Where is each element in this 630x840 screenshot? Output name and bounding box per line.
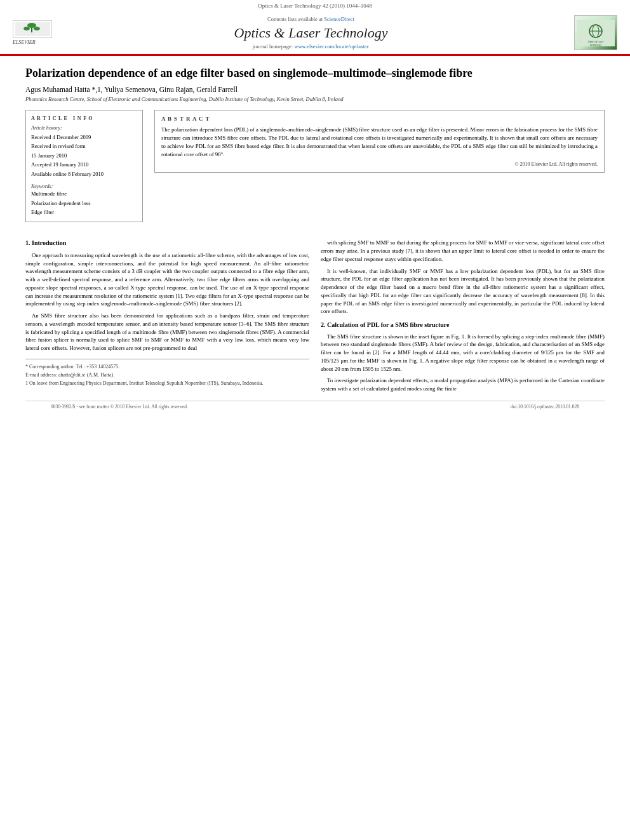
abstract-text: The polarization dependent loss (PDL) of… xyxy=(161,126,598,158)
main-col-right: with splicing SMF to MMF so that during … xyxy=(321,239,605,397)
svg-point-3 xyxy=(23,27,30,30)
keyword-2: Polarization dependent loss xyxy=(31,199,137,208)
keywords-label: Keywords: xyxy=(31,183,137,189)
section1-para2: An SMS fibre structure also has been dem… xyxy=(25,312,309,352)
main-col-left: 1. Introduction One approach to measurin… xyxy=(25,239,309,397)
abstract-title: A B S T R A C T xyxy=(161,116,598,122)
journal-logo: Optics & Laser Technology xyxy=(570,15,617,50)
svg-text:Technology: Technology xyxy=(590,43,602,46)
elsevier-text: ELSEVIER xyxy=(13,39,36,45)
footnote-star: * Corresponding author. Tel.: +353 14024… xyxy=(25,363,309,371)
copyright-line: © 2010 Elsevier Ltd. All rights reserved… xyxy=(161,161,598,167)
citation-bar: Optics & Laser Technology 42 (2010) 1044… xyxy=(0,0,630,10)
article-dates: Article history: Received 4 December 200… xyxy=(31,124,137,178)
section1-right-para1: with splicing SMF to MMF so that during … xyxy=(321,239,605,263)
journal-cover-image: Optics & Laser Technology xyxy=(577,20,615,46)
journal-logo-box: Optics & Laser Technology xyxy=(574,15,617,50)
section1-title: 1. Introduction xyxy=(25,239,309,248)
affiliation: Photonics Research Centre, School of Ele… xyxy=(25,96,605,102)
elsevier-logo-box xyxy=(13,20,52,38)
article-info-box: A R T I C L E I N F O Article history: R… xyxy=(25,110,143,222)
homepage-link[interactable]: www.elsevier.com/locate/optlastec xyxy=(294,43,369,50)
doi-text: doi:10.1016/j.optlastec.2010.01.028 xyxy=(511,404,579,410)
footnotes: * Corresponding author. Tel.: +353 14024… xyxy=(25,359,309,387)
journal-header: ELSEVIER Contents lists available at Sci… xyxy=(0,10,630,55)
svg-point-4 xyxy=(34,27,40,30)
journal-homepage: journal homepage: www.elsevier.com/locat… xyxy=(52,43,570,50)
footnote-1: 1 On leave from Engineering Physics Depa… xyxy=(25,380,309,388)
article-title: Polarization dependence of an edge filte… xyxy=(25,66,605,81)
article-info-col: A R T I C L E I N F O Article history: R… xyxy=(25,110,143,229)
elsevier-logo: ELSEVIER xyxy=(13,20,52,45)
article-info-header: A R T I C L E I N F O xyxy=(31,116,137,121)
accepted-date: Accepted 19 January 2010 xyxy=(31,160,137,169)
abstract-box: A B S T R A C T The polarization depende… xyxy=(154,110,605,173)
journal-header-center: Contents lists available at ScienceDirec… xyxy=(52,16,570,50)
revised-label: Received in revised form xyxy=(31,142,137,150)
main-content: 1. Introduction One approach to measurin… xyxy=(25,239,605,397)
footnote-email: E-mail address: ahatta@dit.ie (A.M. Hatt… xyxy=(25,371,309,380)
history-label: Article history: xyxy=(31,124,137,133)
section2-para2: To investigate polarization dependent ef… xyxy=(321,377,605,393)
keyword-3: Edge filter xyxy=(31,208,137,217)
section2-title: 2. Calculation of PDL for a SMS fibre st… xyxy=(321,321,605,330)
revised-date: 15 January 2010 xyxy=(31,151,137,160)
section1-para1: One approach to measuring optical wavele… xyxy=(25,251,309,308)
journal-title: Optics & Laser Technology xyxy=(52,25,570,41)
page: Optics & Laser Technology 42 (2010) 1044… xyxy=(0,0,630,840)
received-date: Received 4 December 2009 xyxy=(31,133,137,142)
contents-line: Contents lists available at ScienceDirec… xyxy=(52,16,570,22)
keyword-1: Multimode fibre xyxy=(31,189,137,198)
article-meta-row: A R T I C L E I N F O Article history: R… xyxy=(25,110,605,229)
citation-text: Optics & Laser Technology 42 (2010) 1044… xyxy=(258,3,372,9)
online-date: Available online 8 February 2010 xyxy=(31,170,137,178)
bottom-bar: 0030-3992/$ - see front matter © 2010 El… xyxy=(25,401,605,412)
section1-right-para2: It is well-known, that individually SMF … xyxy=(321,267,605,316)
issn-text: 0030-3992/$ - see front matter © 2010 El… xyxy=(51,404,188,410)
keywords-section: Keywords: Multimode fibre Polarization d… xyxy=(31,183,137,217)
authors: Agus Muhamad Hatta *,1, Yuliya Semenova,… xyxy=(25,86,605,93)
elsevier-icon xyxy=(15,22,50,36)
section2-para1: The SMS fibre structure is shown in the … xyxy=(321,333,605,373)
abstract-col: A B S T R A C T The polarization depende… xyxy=(154,110,605,229)
article-body: Polarization dependence of an edge filte… xyxy=(0,58,630,425)
sciencedirect-link[interactable]: ScienceDirect xyxy=(324,16,354,22)
